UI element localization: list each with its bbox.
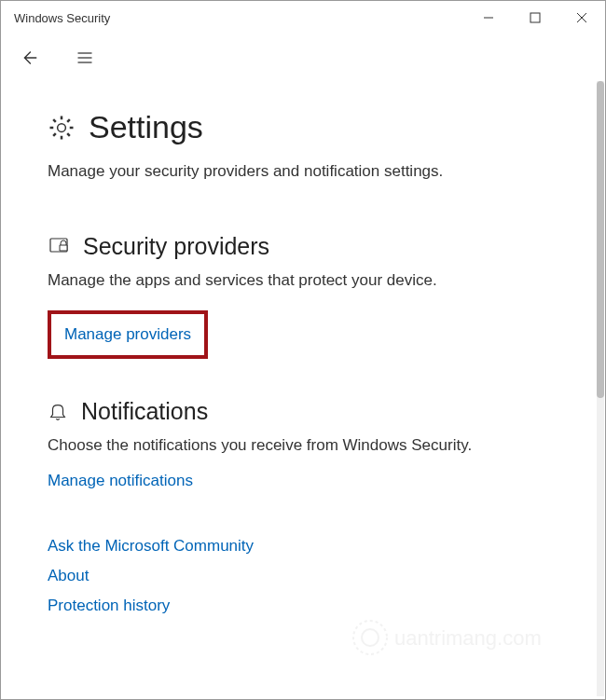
- section-security-providers: Security providers Manage the apps and s…: [48, 233, 568, 359]
- page-subtitle: Manage your security providers and notif…: [48, 162, 568, 181]
- minimize-icon: [483, 12, 494, 23]
- section-desc: Manage the apps and services that protec…: [48, 271, 568, 290]
- manage-providers-link[interactable]: Manage providers: [48, 310, 208, 359]
- back-icon: [19, 48, 39, 68]
- bell-icon: [48, 402, 68, 422]
- svg-rect-1: [530, 13, 540, 22]
- maximize-icon: [530, 12, 541, 23]
- nav-bar: [1, 34, 605, 81]
- section-header: Security providers: [48, 233, 568, 260]
- hamburger-button[interactable]: [66, 39, 103, 76]
- page-header: Settings: [48, 109, 568, 145]
- close-icon: [576, 12, 587, 23]
- back-button[interactable]: [10, 39, 48, 76]
- manage-notifications-link[interactable]: Manage notifications: [48, 472, 193, 490]
- section-title: Notifications: [81, 398, 208, 425]
- section-notifications: Notifications Choose the notifications y…: [48, 398, 568, 490]
- history-link[interactable]: Protection history: [48, 597, 568, 615]
- minimize-button[interactable]: [465, 1, 512, 34]
- hamburger-icon: [76, 48, 94, 67]
- close-button[interactable]: [558, 1, 605, 34]
- content: Settings Manage your security providers …: [1, 81, 605, 652]
- svg-point-7: [58, 123, 66, 131]
- window-title: Windows Security: [14, 11, 465, 25]
- maximize-button[interactable]: [512, 1, 558, 34]
- section-title: Security providers: [83, 233, 269, 260]
- community-link[interactable]: Ask the Microsoft Community: [48, 537, 568, 556]
- footer-links: Ask the Microsoft Community About Protec…: [48, 537, 568, 615]
- title-bar: Windows Security: [1, 1, 605, 34]
- gear-icon: [48, 114, 76, 142]
- section-desc: Choose the notifications you receive fro…: [48, 436, 568, 455]
- about-link[interactable]: About: [48, 567, 568, 585]
- window-controls: [465, 1, 605, 34]
- shield-icon: [48, 236, 70, 258]
- page-title: Settings: [89, 109, 203, 145]
- scrollbar-thumb[interactable]: [597, 81, 604, 398]
- section-header: Notifications: [48, 398, 568, 425]
